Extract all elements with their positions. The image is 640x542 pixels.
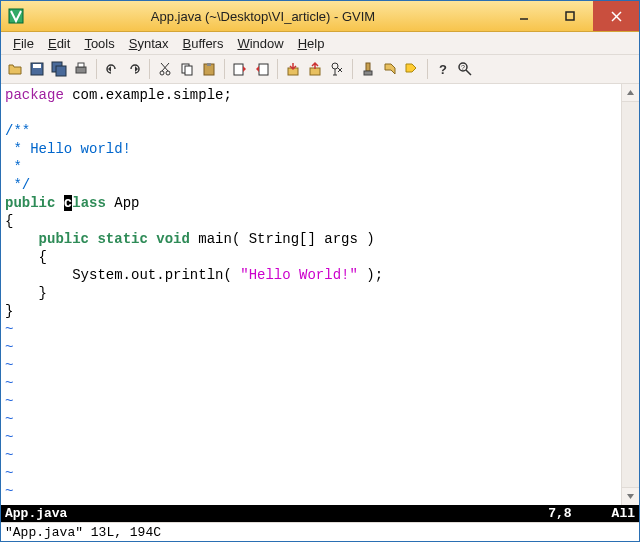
vertical-scrollbar[interactable] [621, 84, 639, 505]
svg-rect-2 [566, 12, 574, 20]
scroll-down-icon[interactable] [622, 487, 639, 505]
session-save-icon[interactable] [305, 59, 325, 79]
redo-icon[interactable] [124, 59, 144, 79]
svg-rect-16 [207, 63, 211, 66]
window-title: App.java (~\Desktop\VI_article) - GVIM [25, 9, 501, 24]
status-scroll-indicator: All [612, 506, 635, 521]
find-help-icon[interactable]: ? [455, 59, 475, 79]
svg-point-21 [332, 63, 338, 69]
title-bar[interactable]: App.java (~\Desktop\VI_article) - GVIM [1, 1, 639, 32]
menu-window[interactable]: Window [231, 34, 289, 53]
minimize-button[interactable] [501, 1, 547, 31]
toolbar-separator [427, 59, 428, 79]
ctags-icon[interactable] [402, 59, 422, 79]
cut-icon[interactable] [155, 59, 175, 79]
svg-text:?: ? [461, 64, 465, 71]
menu-syntax[interactable]: Syntax [123, 34, 175, 53]
paste-icon[interactable] [199, 59, 219, 79]
svg-rect-18 [259, 64, 268, 75]
svg-rect-23 [364, 71, 372, 75]
editor-area: package com.example.simple; /** * Hello … [1, 84, 639, 505]
toolbar-separator [149, 59, 150, 79]
toolbar: ?? [1, 55, 639, 84]
toolbar-separator [277, 59, 278, 79]
command-line[interactable]: "App.java" 13L, 194C [1, 522, 639, 541]
svg-text:?: ? [439, 62, 447, 77]
session-load-icon[interactable] [283, 59, 303, 79]
svg-rect-9 [76, 67, 86, 73]
svg-line-26 [466, 70, 471, 75]
svg-rect-10 [78, 63, 84, 67]
open-icon[interactable] [5, 59, 25, 79]
run-script-icon[interactable] [327, 59, 347, 79]
app-window: App.java (~\Desktop\VI_article) - GVIM F… [0, 0, 640, 542]
scroll-up-icon[interactable] [622, 84, 639, 102]
svg-rect-8 [56, 66, 66, 76]
copy-icon[interactable] [177, 59, 197, 79]
svg-rect-6 [33, 64, 41, 68]
find-next-icon[interactable] [252, 59, 272, 79]
print-icon[interactable] [71, 59, 91, 79]
svg-rect-14 [185, 66, 192, 75]
svg-rect-20 [310, 68, 320, 75]
menu-help[interactable]: Help [292, 34, 331, 53]
toolbar-separator [352, 59, 353, 79]
tag-icon[interactable] [380, 59, 400, 79]
code-editor[interactable]: package com.example.simple; /** * Hello … [1, 84, 621, 505]
save-icon[interactable] [27, 59, 47, 79]
svg-point-11 [160, 71, 164, 75]
find-prev-icon[interactable] [230, 59, 250, 79]
undo-icon[interactable] [102, 59, 122, 79]
vim-app-icon [7, 7, 25, 25]
maximize-button[interactable] [547, 1, 593, 31]
make-icon[interactable] [358, 59, 378, 79]
window-controls [501, 1, 639, 31]
saveall-icon[interactable] [49, 59, 69, 79]
svg-rect-22 [366, 63, 370, 71]
toolbar-separator [96, 59, 97, 79]
menu-bar: File Edit Tools Syntax Buffers Window He… [1, 32, 639, 55]
menu-edit[interactable]: Edit [42, 34, 76, 53]
menu-buffers[interactable]: Buffers [176, 34, 229, 53]
menu-tools[interactable]: Tools [78, 34, 120, 53]
command-text: "App.java" 13L, 194C [5, 525, 161, 540]
help-icon[interactable]: ? [433, 59, 453, 79]
svg-rect-17 [234, 64, 243, 75]
toolbar-separator [224, 59, 225, 79]
status-cursor-position: 7,8 [548, 506, 571, 521]
status-bar: App.java 7,8 All [1, 505, 639, 522]
close-button[interactable] [593, 1, 639, 31]
svg-point-12 [166, 71, 170, 75]
menu-file[interactable]: File [7, 34, 40, 53]
status-filename: App.java [5, 506, 67, 521]
